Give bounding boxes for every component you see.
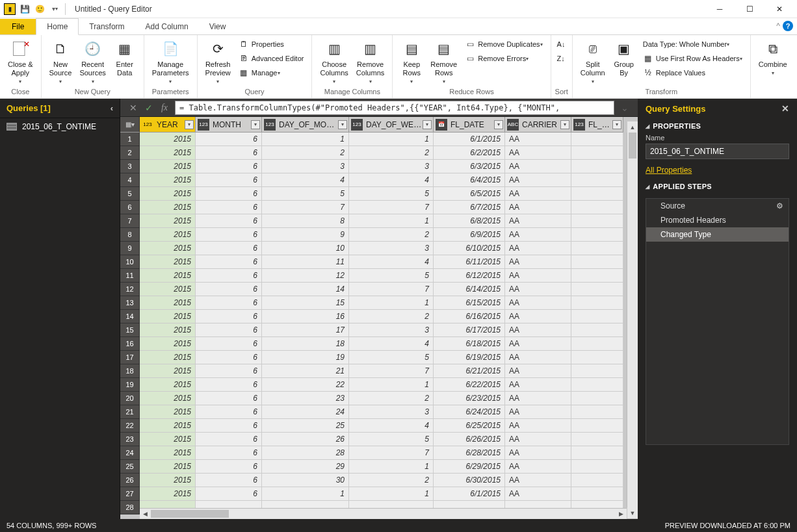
cell[interactable]: 2 [349, 392, 434, 405]
cell[interactable]: 2015 [140, 433, 196, 446]
cell[interactable]: 2015 [140, 228, 196, 242]
cell[interactable]: 6 [196, 392, 262, 405]
row-number[interactable]: 21 [120, 405, 140, 419]
manage-parameters-button[interactable]: 📄ManageParameters [148, 37, 193, 87]
recent-sources-button[interactable]: 🕘RecentSources [75, 37, 109, 87]
cell[interactable]: 2015 [140, 405, 196, 419]
row-number[interactable]: 24 [120, 446, 140, 460]
collapse-queries-icon[interactable]: ‹ [111, 103, 113, 113]
help-icon[interactable]: ? [783, 21, 793, 31]
cell[interactable]: AA [505, 364, 571, 378]
cell[interactable]: 6 [196, 173, 262, 187]
cell[interactable]: 1 [349, 214, 434, 228]
cell[interactable]: 6/22/2015 [434, 378, 505, 392]
cell[interactable]: 2015 [140, 446, 196, 460]
cell[interactable]: 5 [349, 351, 434, 364]
cell[interactable]: 30 [262, 474, 349, 487]
cell[interactable]: 2015 [140, 255, 196, 269]
step-promoted-headers[interactable]: Promoted Headers [646, 213, 789, 227]
group-by-button[interactable]: ▣GroupBy [609, 37, 639, 79]
scroll-right-icon[interactable]: ▶ [616, 509, 627, 519]
cell[interactable]: 6 [196, 310, 262, 323]
cell[interactable]: 16 [262, 310, 349, 323]
cell[interactable]: 3 [349, 323, 434, 337]
cell[interactable]: AA [505, 228, 571, 242]
cancel-formula-icon[interactable]: ✕ [125, 101, 141, 115]
cell[interactable]: 5 [349, 433, 434, 446]
replace-values-button[interactable]: ½Replace Values [639, 66, 746, 80]
filter-icon[interactable]: ▾ [494, 120, 503, 129]
cell[interactable]: AA [505, 487, 571, 501]
cell[interactable]: 1 [349, 487, 434, 501]
cell[interactable]: 1 [349, 296, 434, 310]
cell[interactable]: 2015 [140, 201, 196, 214]
cell[interactable]: 7 [349, 364, 434, 378]
cell[interactable]: 2015 [140, 460, 196, 474]
cell[interactable]: 6 [196, 133, 262, 146]
cell[interactable]: 2015 [140, 474, 196, 487]
row-number[interactable]: 2 [120, 146, 140, 160]
step-changed-type[interactable]: Changed Type [646, 227, 789, 242]
query-item[interactable]: 2015_06_T_ONTIME [0, 118, 120, 135]
row-number[interactable]: 20 [120, 392, 140, 405]
cell[interactable]: 28 [262, 446, 349, 460]
row-number[interactable]: 17 [120, 351, 140, 364]
choose-columns-button[interactable]: ▥ChooseColumns [316, 37, 352, 87]
split-column-button[interactable]: ⎚SplitColumn [577, 37, 609, 87]
cell[interactable]: 24 [262, 405, 349, 419]
cell[interactable]: 1 [262, 487, 349, 501]
cell[interactable]: AA [505, 173, 571, 187]
horizontal-scrollbar[interactable]: ◀ ▶ [140, 508, 627, 519]
gear-icon[interactable]: ⚙ [776, 201, 783, 210]
cell[interactable]: 6/18/2015 [434, 337, 505, 351]
cell[interactable]: AA [505, 214, 571, 228]
row-number[interactable]: 5 [120, 187, 140, 201]
cell[interactable] [571, 173, 623, 187]
cell[interactable]: 6/12/2015 [434, 269, 505, 283]
cell[interactable]: 2015 [140, 187, 196, 201]
cell[interactable] [571, 296, 623, 310]
cell[interactable]: 6/26/2015 [434, 433, 505, 446]
remove-duplicates-button[interactable]: ▭Remove Duplicates [461, 37, 546, 51]
cell[interactable]: 6/15/2015 [434, 296, 505, 310]
scroll-thumb-v[interactable] [629, 133, 636, 158]
cell[interactable]: 6/2/2015 [434, 146, 505, 160]
cell[interactable]: 3 [349, 405, 434, 419]
properties-section[interactable]: PROPERTIES [646, 122, 789, 130]
cell[interactable]: 6/8/2015 [434, 214, 505, 228]
tab-add-column[interactable]: Add Column [135, 19, 199, 34]
cell[interactable]: 6/3/2015 [434, 160, 505, 173]
row-number[interactable]: 15 [120, 323, 140, 337]
cell[interactable]: 8 [262, 214, 349, 228]
row-number[interactable]: 7 [120, 214, 140, 228]
remove-columns-button[interactable]: ▥RemoveColumns [352, 37, 388, 87]
applied-steps-section[interactable]: APPLIED STEPS [646, 183, 789, 190]
cell[interactable]: 2015 [140, 296, 196, 310]
cell[interactable]: 2015 [140, 392, 196, 405]
collapse-ribbon-icon[interactable]: ^ [776, 21, 780, 31]
cell[interactable] [571, 283, 623, 296]
cell[interactable]: 3 [262, 160, 349, 173]
cell[interactable] [571, 474, 623, 487]
tab-transform[interactable]: Transform [79, 19, 135, 34]
remove-rows-button[interactable]: ▤RemoveRows [426, 37, 461, 87]
filter-icon[interactable]: ▾ [185, 120, 194, 129]
cell[interactable]: 5 [349, 269, 434, 283]
cell[interactable]: 2015 [140, 378, 196, 392]
row-number[interactable]: 27 [120, 487, 140, 501]
column-header-month[interactable]: 123MONTH▾ [196, 117, 262, 133]
column-header-year[interactable]: 123YEAR▾ [140, 117, 196, 133]
row-number[interactable]: 11 [120, 269, 140, 283]
cell[interactable]: AA [505, 283, 571, 296]
cell[interactable] [571, 364, 623, 378]
filter-icon[interactable]: ▾ [338, 120, 347, 129]
cell[interactable]: 4 [349, 419, 434, 433]
cell[interactable]: 17 [262, 323, 349, 337]
column-header-day_of_month[interactable]: 123DAY_OF_MONTH▾ [262, 117, 349, 133]
cell[interactable]: 23 [262, 392, 349, 405]
cell[interactable]: AA [505, 460, 571, 474]
cell[interactable]: 6/23/2015 [434, 392, 505, 405]
cell[interactable] [571, 323, 623, 337]
cell[interactable] [571, 419, 623, 433]
cell[interactable] [571, 487, 623, 501]
